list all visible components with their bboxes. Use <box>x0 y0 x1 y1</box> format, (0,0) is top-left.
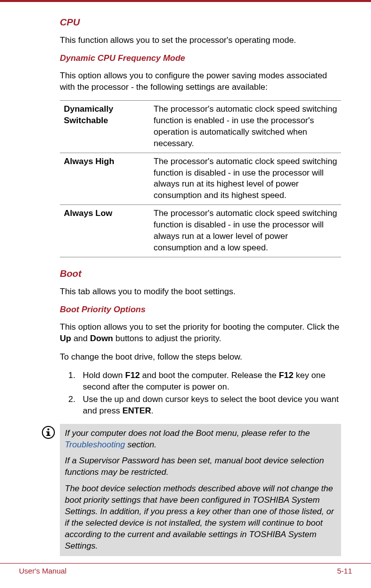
page-content: CPU This function allows you to set the … <box>0 2 371 556</box>
setting-label: Always High <box>60 153 150 205</box>
dynamic-cpu-intro: This option allows you to configure the … <box>60 70 341 93</box>
setting-label: Always Low <box>60 205 150 257</box>
boot-intro: This tab allows you to modify the boot s… <box>60 286 341 298</box>
setting-desc: The processor's automatic clock speed sw… <box>150 100 341 153</box>
heading-boot: Boot <box>60 268 341 279</box>
text-span: Use the up and down cursor keys to selec… <box>83 394 339 415</box>
note-paragraph: If a Supervisor Password has been set, m… <box>65 455 336 478</box>
bold-up: Up <box>60 334 71 343</box>
heading-cpu: CPU <box>60 17 341 28</box>
list-item: Use the up and down cursor keys to selec… <box>78 394 341 417</box>
text-span: and <box>71 334 90 343</box>
setting-label: Dynamically Switchable <box>60 100 150 153</box>
troubleshooting-link[interactable]: Troubleshooting <box>65 440 125 449</box>
cpu-settings-table: Dynamically Switchable The processor's a… <box>60 100 341 257</box>
setting-desc: The processor's automatic clock speed sw… <box>150 205 341 257</box>
boot-priority-p1: This option allows you to set the priori… <box>60 322 341 345</box>
table-row: Dynamically Switchable The processor's a… <box>60 100 341 153</box>
boot-steps-list: Hold down F12 and boot the computer. Rel… <box>78 370 341 417</box>
bold-f12: F12 <box>279 371 293 380</box>
note-paragraph: The boot device selection methods descri… <box>65 483 336 552</box>
bold-down: Down <box>90 334 113 343</box>
text-span: This option allows you to set the priori… <box>60 322 339 332</box>
cpu-intro: This function allows you to set the proc… <box>60 35 341 46</box>
note-wrapper: If your computer does not load the Boot … <box>42 424 341 556</box>
table-row: Always High The processor's automatic cl… <box>60 153 341 205</box>
info-icon <box>42 426 55 439</box>
boot-priority-p2: To change the boot drive, follow the ste… <box>60 352 341 363</box>
text-span: Hold down <box>83 371 125 380</box>
text-span: and boot the computer. Release the <box>140 371 279 380</box>
svg-point-1 <box>47 428 49 430</box>
heading-boot-priority: Boot Priority Options <box>60 305 341 315</box>
text-span: section. <box>125 440 157 449</box>
setting-desc: The processor's automatic clock speed sw… <box>150 153 341 205</box>
list-item: Hold down F12 and boot the computer. Rel… <box>78 370 341 393</box>
text-span: buttons to adjust the priority. <box>113 334 221 343</box>
bold-f12: F12 <box>125 371 140 380</box>
footer-left: User's Manual <box>19 567 66 575</box>
note-paragraph: If your computer does not load the Boot … <box>65 428 336 451</box>
footer-page-number: 5-11 <box>337 567 352 575</box>
table-row: Always Low The processor's automatic clo… <box>60 205 341 257</box>
page-footer: User's Manual 5-11 <box>0 563 371 575</box>
note-box: If your computer does not load the Boot … <box>60 424 341 556</box>
text-span: If your computer does not load the Boot … <box>65 428 310 438</box>
bold-enter: ENTER <box>122 406 151 415</box>
heading-dynamic-cpu: Dynamic CPU Frequency Mode <box>60 53 341 63</box>
text-span: . <box>151 406 154 415</box>
svg-rect-3 <box>46 431 48 432</box>
svg-rect-4 <box>46 435 50 436</box>
